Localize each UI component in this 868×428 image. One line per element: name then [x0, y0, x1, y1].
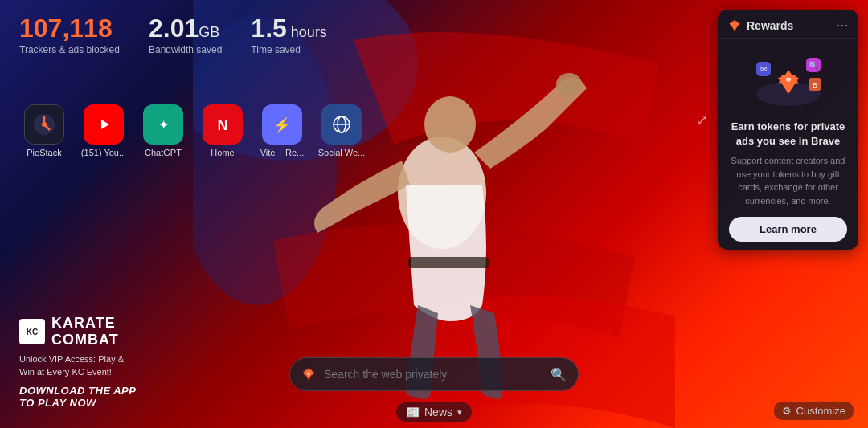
time-label: Time saved: [251, 44, 327, 55]
rewards-illustration: ✉ 🔍 B: [718, 39, 858, 116]
news-icon: 📰: [406, 406, 420, 418]
promo-cta: DOWNLOAD THE APPTO PLAY NOW: [19, 385, 136, 409]
stat-bandwidth: 2.01GB Bandwidth saved: [149, 14, 222, 55]
bookmark-icon-youtube: [84, 104, 124, 145]
promo-subtitle: Unlock VIP Access: Play &Win at Every KC…: [19, 353, 136, 378]
customize-button[interactable]: ⚙ Customize: [774, 402, 854, 420]
bookmark-label-chatgpt: ChatGPT: [138, 148, 188, 157]
search-magnifier-icon: 🔍: [551, 367, 567, 382]
bookmark-piestack[interactable]: PieStack: [19, 104, 69, 157]
rewards-description: Support content creators and use your to…: [729, 154, 847, 207]
stat-trackers: 107,118 Trackers & ads blocked: [19, 14, 120, 55]
bookmark-icon-piestack: [24, 104, 64, 145]
svg-text:⚡: ⚡: [273, 116, 292, 134]
search-input[interactable]: [324, 368, 542, 381]
bookmark-label-vite: Vite + Re...: [257, 148, 307, 157]
bookmark-icon-social: [321, 104, 362, 145]
promo-logo-text: KARATECOMBAT: [51, 315, 119, 349]
expand-icon[interactable]: ⤢: [697, 112, 707, 128]
bookmarks-row: PieStack (151) You... ✦ ChatGPT N Home ⚡…: [19, 104, 366, 157]
svg-point-3: [424, 96, 476, 153]
bookmark-label-piestack: PieStack: [19, 148, 69, 157]
news-tab[interactable]: 📰 News ▾: [396, 402, 472, 422]
bookmark-netflix[interactable]: N Home: [198, 104, 248, 157]
bookmark-icon-chatgpt: ✦: [143, 104, 183, 145]
rewards-header: Rewards ⋯: [718, 10, 858, 39]
rewards-more-button[interactable]: ⋯: [836, 18, 849, 33]
bookmark-icon-netflix: N: [203, 104, 243, 145]
rewards-learn-more-button[interactable]: Learn more: [729, 217, 847, 242]
svg-rect-4: [408, 257, 489, 268]
svg-point-5: [556, 73, 582, 96]
trackers-label: Trackers & ads blocked: [19, 44, 120, 55]
rewards-illustration-svg: ✉ 🔍 B: [748, 50, 829, 110]
svg-text:N: N: [218, 117, 228, 133]
promo-logo: KC KARATECOMBAT: [19, 315, 136, 349]
bookmark-chatgpt[interactable]: ✦ ChatGPT: [138, 104, 188, 157]
bookmark-social[interactable]: Social We...: [317, 104, 366, 157]
svg-text:B: B: [812, 81, 817, 89]
brave-search-icon: [301, 367, 316, 381]
rewards-headline: Earn tokens for private ads you see in B…: [729, 120, 847, 148]
rewards-brave-icon: [727, 18, 742, 33]
bookmark-icon-vite: ⚡: [262, 104, 302, 145]
customize-label: Customize: [796, 405, 845, 417]
promo-logo-icon: KC: [19, 319, 45, 344]
trackers-value: 107,118: [19, 14, 120, 43]
bookmark-label-youtube: (151) You...: [79, 148, 129, 157]
promo-block: KC KARATECOMBAT Unlock VIP Access: Play …: [19, 315, 136, 409]
bookmark-youtube[interactable]: (151) You...: [79, 104, 129, 157]
stats-bar: 107,118 Trackers & ads blocked 2.01GB Ba…: [19, 14, 327, 55]
bookmark-label-netflix: Home: [198, 148, 248, 157]
bandwidth-value: 2.01GB: [149, 14, 222, 43]
rewards-title-text: Rewards: [747, 19, 793, 32]
rewards-panel: Rewards ⋯ ✉ 🔍 B Earn tokens for private …: [718, 10, 858, 250]
bookmark-label-social: Social We...: [317, 148, 366, 157]
search-container: 🔍: [289, 357, 579, 391]
search-bar[interactable]: 🔍: [289, 357, 579, 391]
customize-icon: ⚙: [782, 405, 792, 417]
svg-text:✦: ✦: [158, 118, 169, 132]
rewards-body: Earn tokens for private ads you see in B…: [718, 116, 858, 250]
news-chevron-icon: ▾: [457, 407, 462, 418]
svg-text:✉: ✉: [760, 65, 767, 74]
news-label: News: [424, 406, 452, 418]
svg-text:🔍: 🔍: [809, 60, 819, 71]
rewards-title-row: Rewards: [727, 18, 793, 33]
svg-point-7: [42, 122, 47, 127]
bandwidth-label: Bandwidth saved: [149, 44, 222, 55]
bookmark-vite[interactable]: ⚡ Vite + Re...: [257, 104, 307, 157]
time-value: 1.5 hours: [251, 14, 327, 43]
stat-time: 1.5 hours Time saved: [251, 14, 327, 55]
